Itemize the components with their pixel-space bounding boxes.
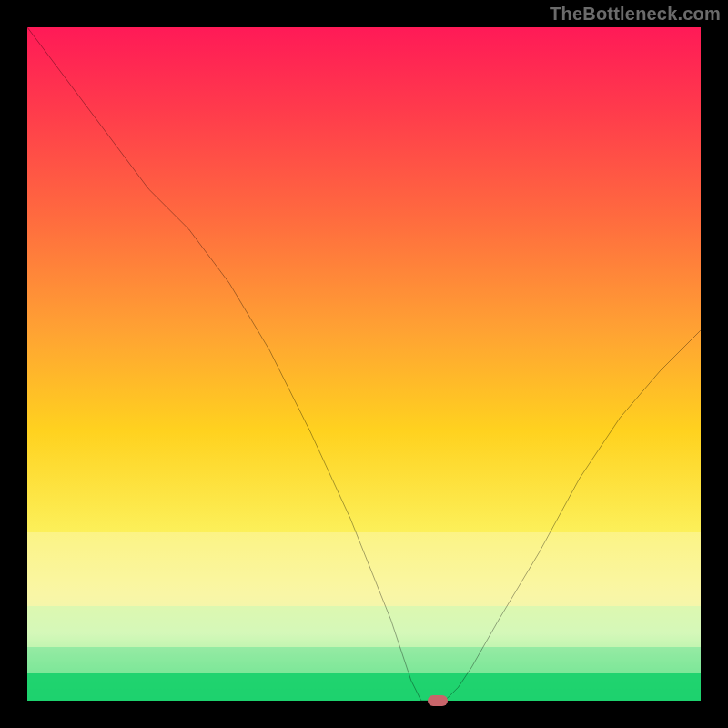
watermark-text: TheBottleneck.com — [550, 4, 721, 25]
chart-root: TheBottleneck.com — [0, 0, 728, 728]
plot-area — [27, 27, 701, 701]
bottleneck-curve — [27, 27, 701, 701]
minimum-marker — [428, 695, 448, 706]
